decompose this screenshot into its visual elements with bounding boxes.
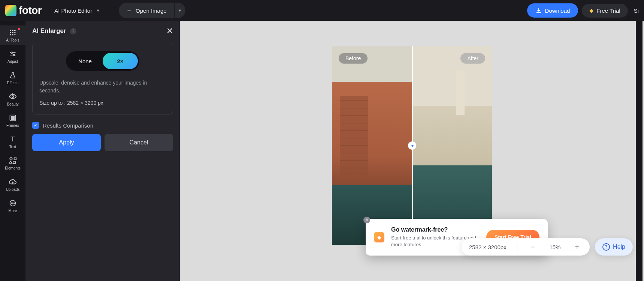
shapes-icon bbox=[9, 156, 17, 165]
zoom-in-button[interactable]: + bbox=[572, 243, 582, 251]
nav-beauty[interactable]: Beauty bbox=[0, 89, 25, 109]
nav-ai-tools[interactable]: AI Tools bbox=[0, 25, 25, 45]
free-trial-label: Free Trial bbox=[596, 7, 620, 14]
more-icon bbox=[9, 199, 17, 207]
signin-partial[interactable]: Si bbox=[634, 7, 639, 14]
svg-point-2 bbox=[14, 30, 15, 31]
nav-adjust[interactable]: Adjust bbox=[0, 47, 25, 67]
scale-toggle-wrap: None 2× bbox=[39, 51, 166, 71]
app-header: fotor AI Photo Editor ▼ ＋ Open Image ▼ D… bbox=[0, 0, 644, 21]
logo-text: fotor bbox=[19, 4, 42, 16]
enlarger-card: None 2× Upscale, denoise and enhance you… bbox=[32, 43, 173, 114]
apply-button[interactable]: Apply bbox=[32, 134, 101, 151]
nav-label: AI Tools bbox=[6, 38, 19, 42]
logo-mark-icon bbox=[5, 5, 16, 16]
after-label: After bbox=[460, 53, 485, 64]
grid-icon bbox=[9, 28, 17, 37]
nav-label: Elements bbox=[5, 166, 21, 170]
svg-rect-18 bbox=[11, 116, 14, 119]
svg-point-7 bbox=[12, 34, 13, 35]
chevron-down-icon: ▼ bbox=[178, 8, 182, 13]
plus-icon: ＋ bbox=[126, 7, 132, 14]
before-image bbox=[332, 46, 412, 245]
zoom-percent: 15% bbox=[546, 244, 563, 250]
image-frame: Before After ◂▸ bbox=[332, 46, 492, 245]
svg-point-5 bbox=[14, 32, 15, 33]
svg-point-1 bbox=[12, 30, 13, 31]
nav-uploads[interactable]: Uploads bbox=[0, 175, 25, 195]
toggle-option-2x[interactable]: 2× bbox=[103, 58, 138, 64]
comparison-slider-handle[interactable]: ◂▸ bbox=[408, 141, 416, 150]
flask-icon bbox=[9, 71, 17, 79]
sliders-icon bbox=[9, 50, 17, 58]
size-info: Size up to : 2582 × 3200 px bbox=[39, 100, 166, 106]
svg-point-4 bbox=[12, 32, 13, 33]
image-detail bbox=[456, 70, 465, 115]
close-icon[interactable]: ✕ bbox=[166, 26, 173, 36]
svg-line-16 bbox=[15, 94, 15, 95]
nav-label: Uploads bbox=[6, 187, 20, 192]
nav-more[interactable]: More bbox=[0, 196, 25, 216]
canvas-size-text: 2582 × 3200px bbox=[469, 244, 507, 250]
svg-point-24 bbox=[14, 203, 15, 204]
results-comparison-checkbox[interactable]: ✓ bbox=[32, 122, 39, 129]
svg-point-12 bbox=[13, 54, 15, 56]
open-image-button[interactable]: ＋ Open Image bbox=[119, 7, 174, 14]
help-icon[interactable]: ? bbox=[70, 28, 76, 34]
panel-header: AI Enlarger ? ✕ bbox=[32, 26, 173, 36]
panel-title: AI Enlarger bbox=[32, 27, 66, 35]
nav-label: Frames bbox=[6, 123, 19, 128]
svg-point-3 bbox=[10, 32, 11, 33]
before-label: Before bbox=[339, 53, 368, 64]
open-image-group: ＋ Open Image ▼ bbox=[119, 3, 185, 18]
nav-label: Beauty bbox=[7, 102, 18, 106]
free-trial-button[interactable]: ◆ Free Trial bbox=[582, 4, 628, 18]
promo-close-icon[interactable]: ✕ bbox=[363, 217, 370, 223]
cloud-upload-icon bbox=[9, 178, 17, 186]
divider bbox=[517, 243, 517, 251]
toggle-option-none[interactable]: None bbox=[67, 58, 103, 64]
text-icon bbox=[9, 135, 17, 143]
bottom-bar: 2582 × 3200px − 15% + ? Help bbox=[462, 238, 633, 256]
diamond-badge-icon: ◆ bbox=[374, 232, 384, 242]
open-image-dropdown[interactable]: ▼ bbox=[174, 3, 185, 18]
svg-point-6 bbox=[10, 34, 11, 35]
panel-description: Upscale, denoise and enhance your images… bbox=[39, 79, 166, 95]
svg-point-8 bbox=[14, 34, 15, 35]
panel-buttons: Apply Cancel bbox=[32, 134, 173, 151]
nav-label: Effects bbox=[7, 81, 18, 85]
mode-label: AI Photo Editor bbox=[54, 7, 92, 14]
svg-point-19 bbox=[10, 158, 12, 160]
open-image-label: Open Image bbox=[136, 7, 167, 14]
frame-icon bbox=[9, 114, 17, 122]
svg-point-22 bbox=[11, 203, 12, 204]
logo[interactable]: fotor bbox=[5, 4, 42, 16]
chevron-down-icon: ▼ bbox=[96, 8, 100, 13]
help-circle-icon: ? bbox=[602, 243, 610, 251]
image-detail bbox=[340, 96, 368, 175]
after-image bbox=[412, 46, 492, 245]
nav-frames[interactable]: Frames bbox=[0, 111, 25, 131]
nav-text[interactable]: Text bbox=[0, 132, 25, 152]
ai-enlarger-panel: AI Enlarger ? ✕ None 2× Upscale, denoise… bbox=[25, 21, 180, 281]
svg-line-15 bbox=[11, 94, 11, 95]
nav-label: Adjust bbox=[7, 59, 18, 64]
download-button[interactable]: Download bbox=[527, 3, 578, 18]
nav-elements[interactable]: Elements bbox=[0, 153, 25, 173]
svg-point-23 bbox=[12, 203, 13, 204]
help-button[interactable]: ? Help bbox=[595, 238, 633, 256]
nav-label: More bbox=[9, 209, 17, 213]
diamond-icon: ◆ bbox=[589, 7, 593, 13]
nav-label: Text bbox=[9, 145, 16, 149]
download-icon bbox=[535, 7, 542, 14]
zoom-out-button[interactable]: − bbox=[528, 243, 538, 251]
download-label: Download bbox=[545, 7, 570, 14]
svg-point-10 bbox=[11, 52, 12, 54]
results-comparison-label: Results Comparison bbox=[43, 122, 93, 129]
mode-selector[interactable]: AI Photo Editor ▼ bbox=[54, 7, 100, 14]
left-nav: AI Tools Adjust Effects Beauty Frames Te… bbox=[0, 21, 25, 281]
cancel-button[interactable]: Cancel bbox=[105, 134, 173, 151]
promo-title: Go watermark-free? bbox=[391, 226, 480, 233]
nav-effects[interactable]: Effects bbox=[0, 68, 25, 88]
results-comparison-row: ✓ Results Comparison bbox=[32, 122, 173, 129]
